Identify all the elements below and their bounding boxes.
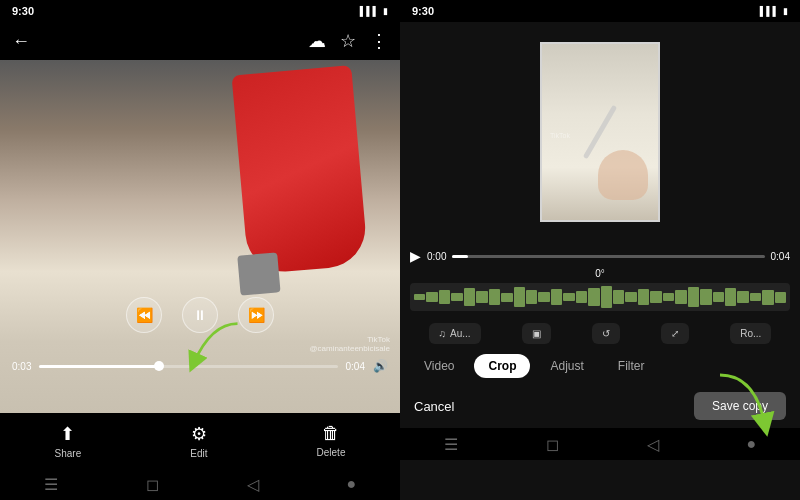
tiktok-watermark: TikTok @caminanteenbicisale <box>309 335 390 353</box>
crop-resize-icon: ⤢ <box>671 328 679 339</box>
tab-filter[interactable]: Filter <box>604 354 659 378</box>
tab-filter-label: Filter <box>618 359 645 373</box>
left-progress-fill <box>39 365 158 368</box>
wbar-21 <box>663 293 674 301</box>
left-progress-area: 0:03 0:04 🔊 <box>12 359 388 373</box>
delete-icon: 🗑 <box>322 423 340 444</box>
wbar-30 <box>775 292 786 303</box>
crop-resize-button[interactable]: ⤢ <box>661 323 689 344</box>
wbar-9 <box>514 287 525 307</box>
right-time-current: 0:00 <box>427 251 446 262</box>
right-timeline-area: ▶ 0:00 0:04 0° <box>400 242 800 319</box>
wbar-17 <box>613 290 624 304</box>
wbar-13 <box>563 293 574 301</box>
left-status-time: 9:30 <box>12 5 34 17</box>
right-video-area: TikTok <box>400 22 800 242</box>
right-panel: 9:30 ▌▌▌ ▮ TikTok ▶ <box>400 0 800 500</box>
left-top-bar: ← ☁ ☆ ⋮ <box>0 22 400 60</box>
wbar-15 <box>588 288 599 306</box>
tab-adjust[interactable]: Adjust <box>536 354 597 378</box>
top-bar-right: ☁ ☆ ⋮ <box>308 30 388 52</box>
audio-icon: ♫ <box>439 328 447 339</box>
right-nav-bar: ☰ ◻ ◁ ● <box>400 428 800 460</box>
right-progress-fill <box>452 255 468 258</box>
right-progress-bar[interactable] <box>452 255 764 258</box>
frame-icon: ▣ <box>532 328 541 339</box>
wbar-18 <box>625 292 636 302</box>
cancel-button[interactable]: Cancel <box>414 399 454 414</box>
right-status-time: 9:30 <box>412 5 434 17</box>
rotation-label: 0° <box>410 268 790 279</box>
delete-label: Delete <box>317 447 346 458</box>
back-icon[interactable]: ← <box>12 31 30 52</box>
left-nav-back-icon[interactable]: ◁ <box>247 475 259 494</box>
star-icon[interactable]: ☆ <box>340 30 356 52</box>
right-status-bar: 9:30 ▌▌▌ ▮ <box>400 0 800 22</box>
tab-crop-label: Crop <box>488 359 516 373</box>
bottom-action-row: Cancel Save copy <box>400 384 800 428</box>
left-battery-icon: ▮ <box>383 6 388 16</box>
waveform-display[interactable] <box>410 283 790 311</box>
wbar-2 <box>426 292 437 302</box>
right-play-button[interactable]: ▶ <box>410 248 421 264</box>
tab-adjust-label: Adjust <box>550 359 583 373</box>
right-nav-menu-icon[interactable]: ☰ <box>444 435 458 454</box>
wbar-24 <box>700 289 711 305</box>
restore-label: Ro... <box>740 328 761 339</box>
left-nav-home-icon[interactable]: ◻ <box>146 475 159 494</box>
left-nav-circle-icon[interactable]: ● <box>346 475 356 493</box>
delete-button[interactable]: 🗑 Delete <box>317 423 346 458</box>
left-signal-icon: ▌▌▌ <box>360 6 379 16</box>
left-nav-bar: ☰ ◻ ◁ ● <box>0 468 400 500</box>
right-video-bg: TikTok <box>400 22 800 242</box>
rewind-icon: ⏪ <box>136 307 153 323</box>
edit-button[interactable]: ⚙ Edit <box>190 423 207 459</box>
wbar-5 <box>464 288 475 306</box>
crop-frame[interactable]: TikTok <box>540 42 660 222</box>
forward-button[interactable]: ⏩ <box>238 297 274 333</box>
share-icon: ⬆ <box>60 423 75 445</box>
tab-video[interactable]: Video <box>410 354 468 378</box>
wbar-3 <box>439 290 450 304</box>
right-nav-circle-icon[interactable]: ● <box>746 435 756 453</box>
left-video-area: TikTok @caminanteenbicisale ⏪ ⏸ ⏩ 0:03 0… <box>0 60 400 413</box>
cloud-icon[interactable]: ☁ <box>308 30 326 52</box>
rewind-button[interactable]: ⏪ <box>126 297 162 333</box>
playback-controls: ⏪ ⏸ ⏩ <box>126 297 274 333</box>
wbar-6 <box>476 291 487 303</box>
save-copy-button[interactable]: Save copy <box>694 392 786 420</box>
rotate-icon: ↺ <box>602 328 610 339</box>
left-status-icons: ▌▌▌ ▮ <box>360 6 388 16</box>
volume-icon[interactable]: 🔊 <box>373 359 388 373</box>
right-nav-home-icon[interactable]: ◻ <box>546 435 559 454</box>
left-progress-dot <box>154 361 164 371</box>
audio-button[interactable]: ♫ Au... <box>429 323 481 344</box>
wbar-10 <box>526 290 537 304</box>
right-battery-icon: ▮ <box>783 6 788 16</box>
left-time-end: 0:04 <box>346 361 365 372</box>
edit-icon: ⚙ <box>191 423 207 445</box>
more-icon[interactable]: ⋮ <box>370 30 388 52</box>
wbar-26 <box>725 288 736 306</box>
share-button[interactable]: ⬆ Share <box>55 423 82 459</box>
right-status-icons: ▌▌▌ ▮ <box>760 6 788 16</box>
waveform-bars <box>410 286 790 308</box>
left-panel: 9:30 ▌▌▌ ▮ ← ☁ ☆ ⋮ TikTok @caminanteenbi… <box>0 0 400 500</box>
left-nav-menu-icon[interactable]: ☰ <box>44 475 58 494</box>
pause-button[interactable]: ⏸ <box>182 297 218 333</box>
pause-icon: ⏸ <box>193 307 207 323</box>
frame-button[interactable]: ▣ <box>522 323 551 344</box>
restore-button[interactable]: Ro... <box>730 323 771 344</box>
wbar-28 <box>750 293 761 301</box>
wbar-7 <box>489 289 500 305</box>
wbar-20 <box>650 291 661 303</box>
wbar-8 <box>501 293 512 302</box>
left-progress-bar[interactable] <box>39 365 337 368</box>
tab-crop[interactable]: Crop <box>474 354 530 378</box>
wbar-19 <box>638 289 649 305</box>
rotate-button[interactable]: ↺ <box>592 323 620 344</box>
tiktok-logo: TikTok @caminanteenbicisale <box>309 335 390 353</box>
wbar-1 <box>414 294 425 300</box>
right-nav-back-icon[interactable]: ◁ <box>647 435 659 454</box>
left-time-current: 0:03 <box>12 361 31 372</box>
